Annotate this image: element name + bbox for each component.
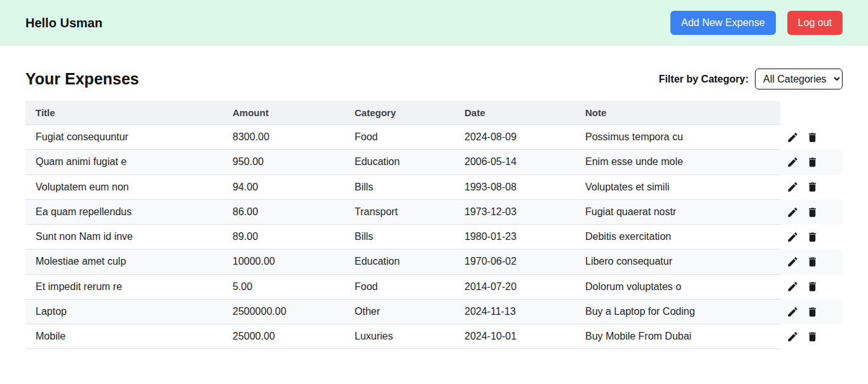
edit-expense-button[interactable]	[787, 256, 799, 268]
cell-actions	[780, 274, 843, 299]
cell-title: Et impedit rerum re	[25, 274, 222, 299]
cell-title: Quam animi fugiat e	[25, 150, 222, 175]
table-row: Voluptatem eum non 94.00 Bills 1993-08-0…	[25, 175, 843, 199]
pencil-icon	[787, 206, 799, 218]
cell-date: 2024-10-01	[454, 324, 575, 349]
cell-title: Sunt non Nam id inve	[25, 225, 222, 249]
trash-icon	[806, 281, 818, 293]
trash-icon	[806, 306, 818, 318]
cell-amount: 94.00	[222, 175, 344, 199]
cell-actions	[780, 175, 843, 199]
cell-category: Bills	[344, 225, 454, 249]
column-header-category: Category	[344, 101, 454, 125]
edit-expense-button[interactable]	[787, 331, 799, 343]
top-bar: Hello Usman Add New Expense Log out	[0, 0, 868, 46]
delete-expense-button[interactable]	[806, 256, 818, 268]
pencil-icon	[787, 156, 799, 168]
edit-expense-button[interactable]	[787, 181, 799, 193]
cell-amount: 10000.00	[222, 249, 344, 274]
delete-expense-button[interactable]	[806, 181, 818, 193]
table-row: Mobile 25000.00 Luxuries 2024-10-01 Buy …	[25, 324, 843, 349]
trash-icon	[806, 256, 818, 268]
cell-note: Debitis exercitation	[575, 225, 780, 249]
cell-date: 2024-08-09	[454, 125, 575, 150]
edit-expense-button[interactable]	[787, 156, 799, 168]
cell-note: Dolorum voluptates o	[575, 274, 780, 299]
trash-icon	[806, 231, 818, 243]
cell-note: Voluptates et simili	[575, 175, 780, 199]
cell-amount: 2500000.00	[222, 299, 344, 324]
edit-expense-button[interactable]	[787, 281, 799, 293]
table-row: Laptop 2500000.00 Other 2024-11-13 Buy a…	[25, 299, 843, 324]
cell-amount: 25000.00	[222, 324, 344, 349]
table-body: Fugiat consequuntur 8300.00 Food 2024-08…	[25, 125, 843, 349]
pencil-icon	[787, 256, 799, 268]
cell-title: Laptop	[25, 299, 222, 324]
table-row: Ea quam repellendus 86.00 Transport 1973…	[25, 199, 843, 224]
title-row: Your Expenses Filter by Category: All Ca…	[25, 69, 843, 89]
cell-title: Molestiae amet culp	[25, 249, 222, 274]
cell-date: 1993-08-08	[454, 175, 575, 199]
delete-expense-button[interactable]	[806, 306, 818, 318]
cell-note: Libero consequatur	[575, 249, 780, 274]
cell-actions	[780, 299, 843, 324]
cell-actions	[780, 324, 843, 349]
delete-expense-button[interactable]	[806, 331, 818, 343]
cell-actions	[780, 150, 843, 175]
cell-category: Other	[344, 299, 454, 324]
cell-date: 2014-07-20	[454, 274, 575, 299]
cell-date: 2024-11-13	[454, 299, 575, 324]
cell-category: Transport	[344, 199, 454, 224]
delete-expense-button[interactable]	[806, 231, 818, 243]
edit-expense-button[interactable]	[787, 306, 799, 318]
column-header-actions	[780, 101, 843, 125]
cell-title: Ea quam repellendus	[25, 199, 222, 224]
category-filter-select[interactable]: All Categories	[755, 69, 843, 89]
cell-note: Possimus tempora cu	[575, 125, 780, 150]
cell-note: Buy a Laptop for Coding	[575, 299, 780, 324]
logout-button[interactable]: Log out	[787, 11, 843, 35]
table-row: Fugiat consequuntur 8300.00 Food 2024-08…	[25, 125, 843, 150]
edit-expense-button[interactable]	[787, 231, 799, 243]
cell-amount: 86.00	[222, 199, 344, 224]
expenses-table: Title Amount Category Date Note Fugiat c…	[25, 101, 843, 349]
column-header-amount: Amount	[222, 101, 344, 125]
cell-date: 2006-05-14	[454, 150, 575, 175]
cell-title: Fugiat consequuntur	[25, 125, 222, 150]
edit-expense-button[interactable]	[787, 206, 799, 218]
greeting-text: Hello Usman	[25, 16, 102, 30]
pencil-icon	[787, 181, 799, 193]
edit-expense-button[interactable]	[787, 131, 799, 143]
cell-date: 1973-12-03	[454, 199, 575, 224]
pencil-icon	[787, 231, 799, 243]
pencil-icon	[787, 281, 799, 293]
filter-label: Filter by Category:	[659, 74, 749, 85]
column-header-note: Note	[575, 101, 780, 125]
add-new-expense-button[interactable]: Add New Expense	[670, 11, 776, 35]
trash-icon	[806, 206, 818, 218]
cell-amount: 5.00	[222, 274, 344, 299]
trash-icon	[806, 131, 818, 143]
cell-actions	[780, 199, 843, 224]
cell-category: Education	[344, 249, 454, 274]
table-row: Quam animi fugiat e 950.00 Education 200…	[25, 150, 843, 175]
pencil-icon	[787, 306, 799, 318]
table-header: Title Amount Category Date Note	[25, 101, 843, 125]
delete-expense-button[interactable]	[806, 206, 818, 218]
category-filter-group: Filter by Category: All Categories	[659, 69, 843, 89]
delete-expense-button[interactable]	[806, 131, 818, 143]
column-header-title: Title	[25, 101, 222, 125]
page-title: Your Expenses	[25, 70, 139, 88]
table-row: Et impedit rerum re 5.00 Food 2014-07-20…	[25, 274, 843, 299]
cell-category: Education	[344, 150, 454, 175]
cell-title: Mobile	[25, 324, 222, 349]
cell-actions	[780, 225, 843, 249]
trash-icon	[806, 181, 818, 193]
pencil-icon	[787, 331, 799, 343]
cell-actions	[780, 249, 843, 274]
pencil-icon	[787, 131, 799, 143]
delete-expense-button[interactable]	[806, 156, 818, 168]
cell-category: Luxuries	[344, 324, 454, 349]
cell-title: Voluptatem eum non	[25, 175, 222, 199]
delete-expense-button[interactable]	[806, 281, 818, 293]
